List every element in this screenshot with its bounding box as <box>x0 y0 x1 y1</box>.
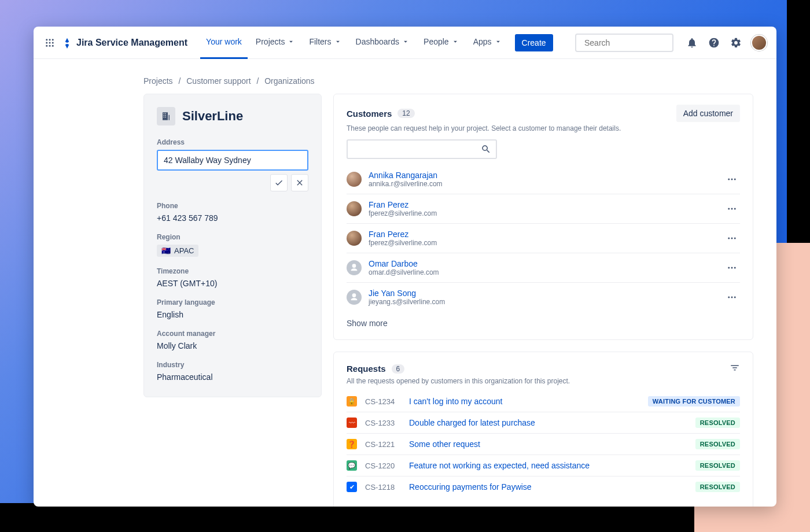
app-switcher-icon[interactable] <box>43 36 57 50</box>
request-key[interactable]: CS-1218 <box>365 483 401 492</box>
request-row: 💬 CS-1220 Feature not working as expecte… <box>347 455 740 476</box>
customer-more-button[interactable] <box>724 289 740 305</box>
request-key[interactable]: CS-1221 <box>365 440 401 449</box>
nav-projects[interactable]: Projects <box>250 27 301 59</box>
chevron-down-icon <box>451 38 459 46</box>
nav-dashboards[interactable]: Dashboards <box>350 27 416 59</box>
settings-icon[interactable] <box>729 36 743 50</box>
notifications-icon[interactable] <box>685 36 699 50</box>
customer-name[interactable]: Fran Perez <box>369 230 437 239</box>
confirm-edit-button[interactable] <box>270 174 288 191</box>
phone-value[interactable]: +61 423 567 789 <box>157 213 308 223</box>
requests-count: 6 <box>392 364 405 374</box>
request-key[interactable]: CS-1233 <box>365 419 401 427</box>
request-status-badge: RESOLVED <box>695 439 740 449</box>
customer-more-button[interactable] <box>724 171 740 187</box>
timezone-value[interactable]: AEST (GMT+10) <box>157 279 308 288</box>
svg-point-4 <box>49 42 51 43</box>
product-logo[interactable]: Jira Service Management <box>61 37 187 49</box>
request-key[interactable]: CS-1220 <box>365 461 401 470</box>
svg-point-9 <box>728 179 730 180</box>
breadcrumb-project[interactable]: Customer support <box>186 76 251 86</box>
nav-your-work[interactable]: Your work <box>200 27 248 59</box>
request-type-icon: ❓ <box>347 439 357 449</box>
cancel-edit-button[interactable] <box>291 174 308 191</box>
chevron-down-icon <box>494 38 502 46</box>
svg-point-19 <box>731 267 733 269</box>
organization-details-card: SilverLine Address Phone <box>143 94 322 397</box>
profile-avatar[interactable] <box>751 35 767 51</box>
breadcrumb-projects[interactable]: Projects <box>143 76 173 86</box>
check-icon <box>274 178 284 187</box>
svg-point-3 <box>46 42 47 43</box>
request-summary[interactable]: Double charged for latest purchase <box>409 418 687 427</box>
nav-filters[interactable]: Filters <box>303 27 347 59</box>
customer-search[interactable] <box>347 139 497 159</box>
svg-point-15 <box>728 238 730 239</box>
svg-point-8 <box>52 45 54 46</box>
more-horizontal-icon <box>727 233 737 243</box>
help-icon[interactable] <box>707 36 721 50</box>
customer-name[interactable]: Jie Yan Song <box>369 289 445 298</box>
svg-point-6 <box>46 45 47 46</box>
address-label: Address <box>157 138 308 146</box>
customer-avatar <box>347 290 362 305</box>
nav-people[interactable]: People <box>418 27 465 59</box>
region-chip[interactable]: 🇦🇺 APAC <box>157 245 198 257</box>
customer-more-button[interactable] <box>724 201 740 217</box>
customer-more-button[interactable] <box>724 260 740 276</box>
customer-name[interactable]: Annika Rangarajan <box>369 171 443 180</box>
industry-value[interactable]: Pharmaceutical <box>157 372 308 382</box>
customer-more-button[interactable] <box>724 230 740 246</box>
request-key[interactable]: CS-1234 <box>365 397 401 406</box>
svg-point-2 <box>52 39 54 40</box>
nav-apps[interactable]: Apps <box>467 27 508 59</box>
language-value[interactable]: English <box>157 310 308 319</box>
add-customer-button[interactable]: Add customer <box>676 105 740 122</box>
phone-label: Phone <box>157 202 308 210</box>
close-icon <box>295 178 304 187</box>
customer-email: fperez@silverline.com <box>369 209 437 217</box>
show-more-customers[interactable]: Show more <box>347 319 740 328</box>
customer-email: omar.d@silverline.com <box>369 268 439 276</box>
request-type-icon: ✔ <box>347 482 357 492</box>
address-input[interactable] <box>157 150 308 171</box>
primary-nav: Your work Projects Filters Dashboards Pe… <box>200 27 553 59</box>
request-summary[interactable]: Feature not working as expected, need as… <box>409 461 687 470</box>
svg-point-5 <box>52 42 54 43</box>
region-value: APAC <box>174 246 194 255</box>
customer-row: Omar Darboe omar.d@silverline.com <box>347 253 740 283</box>
customers-title: Customers <box>347 109 392 119</box>
customer-row: Annika Rangarajan annika.r@silverline.co… <box>347 165 740 194</box>
customer-row: Jie Yan Song jieyang.s@silverline.com <box>347 283 740 312</box>
request-row: ❓ CS-1221 Some other request RESOLVED <box>347 434 740 455</box>
request-summary[interactable]: I can't log into my account <box>409 397 640 406</box>
customer-name[interactable]: Omar Darboe <box>369 259 439 268</box>
request-summary[interactable]: Some other request <box>409 439 687 449</box>
breadcrumb-page[interactable]: Organizations <box>264 76 314 86</box>
building-icon <box>157 107 175 125</box>
svg-point-18 <box>728 267 730 269</box>
filter-icon[interactable] <box>730 363 740 375</box>
product-name: Jira Service Management <box>76 38 187 48</box>
more-horizontal-icon <box>727 263 737 273</box>
more-horizontal-icon <box>727 174 737 184</box>
svg-point-10 <box>731 179 733 180</box>
more-horizontal-icon <box>727 204 737 214</box>
view-all-requests[interactable]: View all <box>347 505 740 507</box>
request-summary[interactable]: Reoccuring payments for Paywise <box>409 482 687 492</box>
create-button[interactable]: Create <box>515 34 553 51</box>
svg-point-11 <box>734 179 736 180</box>
global-search-input[interactable] <box>584 38 686 47</box>
svg-point-17 <box>734 238 736 239</box>
request-type-icon: 🔒 <box>347 396 357 407</box>
request-row: ✔ CS-1218 Reoccuring payments for Paywis… <box>347 476 740 497</box>
customer-email: annika.r@silverline.com <box>369 180 443 188</box>
customer-name[interactable]: Fran Perez <box>369 200 437 209</box>
customer-avatar <box>347 201 362 216</box>
global-search[interactable] <box>575 34 673 52</box>
manager-value[interactable]: Molly Clark <box>157 341 308 350</box>
organization-name: SilverLine <box>182 109 243 124</box>
customer-search-input[interactable] <box>352 145 481 154</box>
customer-avatar <box>347 172 362 187</box>
